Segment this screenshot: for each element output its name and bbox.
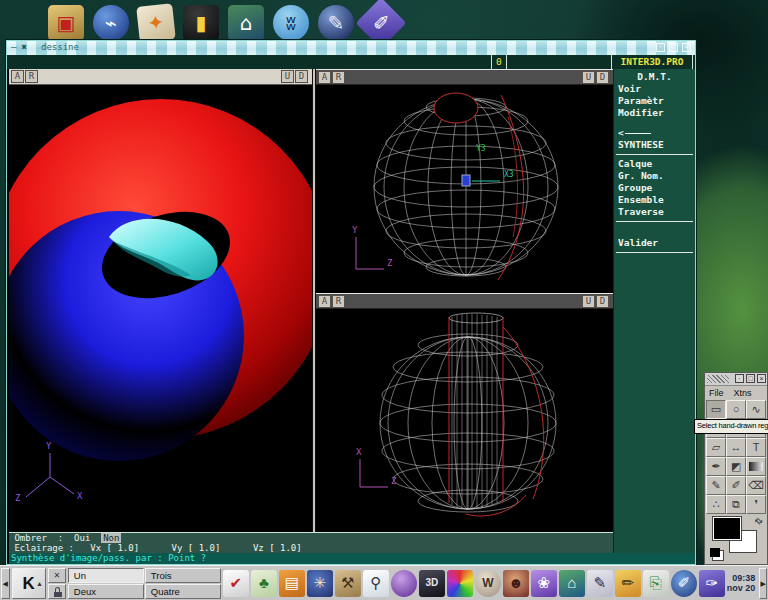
airbrush-tool-icon[interactable]: ∴ [706, 495, 726, 514]
bucket-fill-tool-icon[interactable]: ◩ [726, 457, 746, 476]
taskbar-icon-3d-glasses[interactable]: 3D [419, 570, 445, 597]
panel-hide-left-button[interactable]: ◀ [1, 568, 10, 599]
desktop-icon-tux-folder[interactable]: ▮ [183, 5, 219, 41]
wireframe-front-canvas[interactable]: Y3 X3 Y Z [316, 85, 613, 293]
taskbar-icon-flower-paint[interactable]: ❀ [531, 570, 557, 597]
default-colors-icon[interactable] [710, 548, 720, 557]
k-menu-button[interactable]: K▲ [12, 568, 46, 599]
window-maximize-button[interactable]: □ [669, 43, 678, 52]
taskbar-icon-file-cabinet[interactable]: ▤ [279, 570, 305, 597]
flip-tool-icon[interactable]: ↔ [726, 438, 746, 457]
taskbar-icon-pencil-editor[interactable]: ✏ [615, 570, 641, 597]
taskbar-icon-gimp[interactable]: W [475, 570, 501, 597]
desktop-icon-globe-pen[interactable]: ✎ [318, 5, 354, 41]
taskbar-icon-molecule[interactable] [391, 570, 417, 597]
eraser-tool-icon[interactable]: ⌫ [746, 476, 766, 495]
gimp-close-button[interactable]: × [757, 374, 766, 383]
convolve-tool-icon[interactable]: ❜ [746, 495, 766, 514]
window-close-button[interactable]: × [682, 43, 691, 52]
ellipse-select-tool-icon[interactable]: ○ [726, 400, 746, 419]
vy-value[interactable]: Vy [ 1.0] [172, 543, 221, 553]
taskbar-icon-scanner[interactable]: ⎘ [643, 570, 669, 597]
panel-hide-right-button[interactable]: ▶ [759, 568, 767, 599]
viewport-a-button[interactable]: A [318, 295, 331, 308]
gimp-titlebar[interactable]: · □ × [705, 373, 767, 386]
swap-colors-icon[interactable]: ⇄ [753, 515, 765, 527]
taskbar-icon-writer-figure[interactable]: ✎ [587, 570, 613, 597]
menu-item-grnom[interactable]: Gr. Nom. [614, 170, 695, 182]
desktop-icon-kde-sports-app[interactable]: ⌁ [93, 5, 129, 41]
taskbar-icon-find-files[interactable]: ⚲ [363, 570, 389, 597]
taskbar-icon-ship-wheel[interactable]: ✳ [307, 570, 333, 597]
menu-item-dmt[interactable]: D.M.T. [614, 71, 695, 83]
text-tool-icon[interactable]: T [746, 438, 766, 457]
color-picker-tool-icon[interactable]: ✒ [706, 457, 726, 476]
gimp-maximize-button[interactable]: □ [746, 374, 755, 383]
paintbrush-tool-icon[interactable]: ✐ [726, 476, 746, 495]
ombrer-oui-option[interactable]: Oui [74, 533, 90, 543]
desktop-icon-home-globe[interactable]: ⌂ [228, 5, 264, 41]
menu-item-synthese[interactable]: SYNTHESE [614, 139, 695, 151]
window-list-button[interactable]: ✕ [48, 568, 66, 583]
taskbar-icon-color-palette[interactable] [447, 570, 473, 597]
pin-icon[interactable]: ✖ [21, 42, 26, 52]
menu-item-ensemble[interactable]: Ensemble [614, 194, 695, 206]
foreground-color-swatch[interactable] [713, 517, 741, 540]
menu-separator [616, 252, 693, 253]
menu-item-modifier[interactable]: Modifier [614, 107, 695, 119]
viewport-u-button[interactable]: U [582, 71, 595, 84]
taskbar-icon-notepad-editor[interactable]: ✑ [699, 570, 725, 597]
window-titlebar[interactable]: — ✖ dessine · □ × [7, 41, 695, 55]
blend-tool-icon[interactable] [746, 457, 766, 476]
taskbar-icon-toolbox[interactable]: ⚒ [335, 570, 361, 597]
pager-desktop-quatre[interactable]: Quatre [145, 584, 221, 599]
lock-screen-button[interactable] [48, 584, 66, 599]
viewport-r-button[interactable]: R [332, 295, 345, 308]
taskbar-icon-home-internet[interactable]: ⌂ [559, 570, 585, 597]
gimp-xtns-menu[interactable]: Xtns [734, 386, 752, 400]
viewport-a-button[interactable]: A [318, 71, 331, 84]
shaded-3d-canvas[interactable]: Y X Z [9, 85, 312, 532]
viewport-r-button[interactable]: R [332, 71, 345, 84]
free-select-tool-icon[interactable]: ∿ [746, 400, 766, 419]
wireframe-side-canvas[interactable]: X Z [316, 309, 613, 532]
viewport-a-button[interactable]: A [11, 70, 24, 83]
pager-desktop-un[interactable]: Un [68, 568, 144, 583]
rect-select-tool-icon[interactable]: ▭ [706, 400, 726, 419]
vz-value[interactable]: Vz [ 1.0] [253, 543, 302, 553]
gimp-file-menu[interactable]: File [709, 386, 724, 400]
gimp-dot-button[interactable]: · [735, 374, 744, 383]
minimize-icon[interactable]: — [11, 42, 16, 52]
viewport-d-button[interactable]: D [596, 295, 609, 308]
desktop-icon-blue-ant[interactable]: ʬ [273, 5, 309, 41]
viewport-side-header: A R U D [316, 293, 613, 309]
viewport-u-button[interactable]: U [281, 70, 294, 83]
pencil-tool-icon[interactable]: ✎ [706, 476, 726, 495]
menu-item-back[interactable]: < [614, 127, 695, 139]
menu-item-voir[interactable]: Voir [614, 83, 695, 95]
taskbar-icon-portrait-viewer[interactable]: ☻ [503, 570, 529, 597]
viewport-shaded-header: A R U D [9, 69, 312, 85]
viewport-u-button[interactable]: U [582, 295, 595, 308]
taskbar-icon-globe-composer[interactable]: ✐ [671, 570, 697, 597]
pager-desktop-deux[interactable]: Deux [68, 584, 144, 599]
viewport-d-button[interactable]: D [295, 70, 308, 83]
menu-item-calque[interactable]: Calque [614, 158, 695, 170]
menu-item-groupe[interactable]: Groupe [614, 182, 695, 194]
desktop-icon-package-box[interactable]: ▣ [48, 5, 84, 41]
pager-desktop-trois[interactable]: Trois [145, 568, 221, 583]
panel-clock[interactable]: 09:38 nov 20 [727, 573, 758, 593]
viewport-r-button[interactable]: R [25, 70, 38, 83]
menu-item-valider[interactable]: Valider [614, 237, 695, 249]
window-dot-button[interactable]: · [656, 43, 665, 52]
clone-tool-icon[interactable]: ⧉ [726, 495, 746, 514]
desktop-icon-mail-stamps[interactable]: ✦ [136, 3, 176, 43]
taskbar-icon-desktop-palm[interactable]: ♣ [251, 570, 277, 597]
vx-value[interactable]: Vx [ 1.0] [90, 543, 139, 553]
viewport-d-button[interactable]: D [596, 71, 609, 84]
menu-item-parametr[interactable]: Paramètr [614, 95, 695, 107]
ombrer-non-option[interactable]: Non [101, 533, 121, 543]
transform-tool-icon[interactable]: ▱ [706, 438, 726, 457]
taskbar-icon-checkmark-book[interactable]: ✔ [223, 570, 249, 597]
menu-item-traverse[interactable]: Traverse [614, 206, 695, 218]
